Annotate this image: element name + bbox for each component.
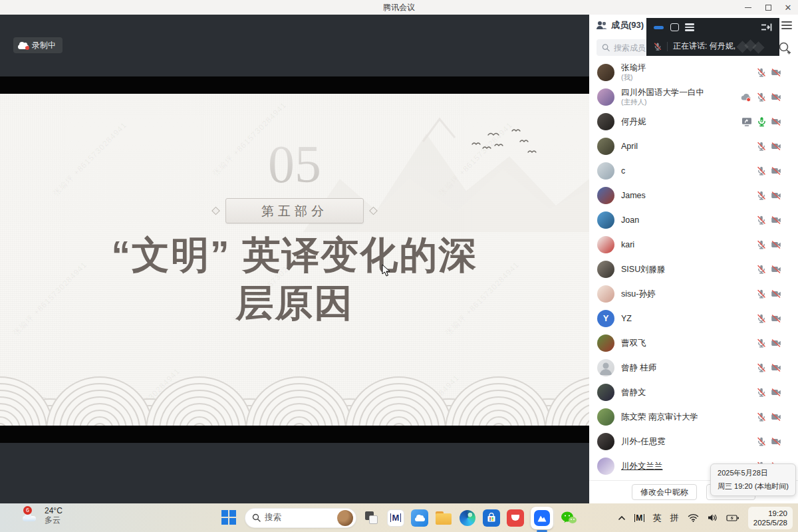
camera-off-icon[interactable]: [771, 215, 781, 225]
member-row[interactable]: Joan: [589, 207, 798, 232]
camera-off-icon[interactable]: [771, 116, 781, 127]
file-explorer-icon[interactable]: [435, 509, 452, 527]
camera-off-icon[interactable]: [771, 412, 781, 422]
camera-off-icon[interactable]: [771, 313, 781, 324]
member-row[interactable]: 曾静文: [589, 380, 798, 404]
member-row[interactable]: 四川外国语大学一白中 (主持人): [589, 84, 798, 109]
window-minimize-button[interactable]: [738, 0, 758, 15]
avatar: [597, 458, 614, 475]
task-view-button[interactable]: [363, 509, 380, 527]
mic-muted-icon[interactable]: [756, 387, 767, 398]
camera-off-icon[interactable]: [771, 166, 781, 176]
member-row[interactable]: James: [589, 183, 798, 207]
camera-off-icon[interactable]: [771, 67, 781, 78]
member-row[interactable]: 川外-任思霓: [589, 429, 798, 454]
mic-muted-icon[interactable]: [756, 362, 767, 373]
mic-muted-icon[interactable]: [756, 264, 767, 275]
mic-muted-icon[interactable]: [756, 141, 767, 152]
mic-muted-icon[interactable]: [756, 92, 767, 102]
camera-off-icon[interactable]: [771, 239, 781, 250]
avatar-letter: [597, 64, 614, 81]
edge-browser-icon[interactable]: [459, 509, 476, 527]
avatar: [597, 64, 614, 81]
banner-ornament-icon: [211, 207, 220, 215]
member-row[interactable]: 张瑜坪 (我): [589, 60, 798, 84]
camera-off-icon[interactable]: [771, 289, 781, 299]
wifi-icon[interactable]: [688, 513, 699, 522]
search-highlight-image: [337, 510, 353, 526]
weather-widget[interactable]: 6 24°C 多云: [23, 506, 63, 525]
mic-muted-icon[interactable]: [756, 67, 767, 78]
camera-off-icon[interactable]: [771, 362, 781, 373]
member-row[interactable]: sisu-孙婷: [589, 281, 798, 306]
member-row[interactable]: Y YZ: [589, 306, 798, 331]
tooltip-time: 周三 19:20 (本地时间): [718, 482, 789, 491]
mic-muted-icon[interactable]: [756, 436, 767, 447]
member-name: 曾静文: [621, 388, 646, 397]
close-icon: ✕: [785, 3, 792, 12]
camera-off-icon[interactable]: [771, 141, 781, 152]
mic-muted-icon[interactable]: [756, 239, 767, 250]
search-icon: [602, 43, 610, 52]
menu-icon[interactable]: [781, 21, 792, 29]
member-row[interactable]: April: [589, 134, 798, 158]
ime-pinyin-indicator[interactable]: 拼: [670, 512, 679, 524]
m-app-icon[interactable]: M: [387, 509, 404, 527]
mic-muted-icon[interactable]: [756, 412, 767, 422]
mic-muted-icon[interactable]: [756, 215, 767, 225]
recording-label: 录制中: [32, 40, 56, 51]
camera-off-icon[interactable]: [771, 92, 781, 102]
tray-m-icon[interactable]: M: [634, 514, 644, 522]
avatar: [597, 261, 614, 278]
mic-muted-icon[interactable]: [756, 166, 767, 176]
wave-pattern-art: [0, 374, 589, 426]
window-close-button[interactable]: ✕: [778, 0, 798, 15]
speaker-icon[interactable]: [708, 513, 718, 522]
toolbar-list-icon[interactable]: [685, 23, 694, 31]
cloud-recording-icon: [18, 45, 29, 49]
zoom-search-icon[interactable]: [778, 41, 791, 55]
weather-condition: 多云: [45, 515, 63, 525]
mic-muted-icon[interactable]: [756, 190, 767, 201]
ime-english-indicator[interactable]: 英: [653, 512, 662, 524]
mic-muted-icon[interactable]: [756, 338, 767, 348]
battery-icon[interactable]: [726, 514, 739, 522]
member-name: 川外-任思霓: [621, 437, 666, 446]
mic-on-icon[interactable]: [756, 116, 767, 127]
taskbar-clock[interactable]: 19:20 2025/5/28: [748, 507, 793, 529]
member-row[interactable]: 何丹妮: [589, 109, 798, 134]
camera-off-icon[interactable]: [771, 436, 781, 447]
toolbar-expand-icon[interactable]: [761, 22, 772, 33]
mic-muted-icon[interactable]: [756, 313, 767, 324]
taskbar-search[interactable]: 搜索: [245, 508, 356, 528]
recording-indicator[interactable]: 录制中: [13, 37, 63, 53]
camera-off-icon[interactable]: [771, 387, 781, 398]
letterbox-top: [0, 76, 589, 94]
start-button[interactable]: [221, 509, 238, 527]
member-row[interactable]: SISU刘滕滕: [589, 257, 798, 281]
member-row[interactable]: 陈文荣 南京审计大学: [589, 404, 798, 429]
clock-tooltip: 2025年5月28日 周三 19:20 (本地时间): [710, 464, 796, 496]
huawei-app-icon[interactable]: [507, 509, 524, 527]
member-row[interactable]: c: [589, 158, 798, 183]
camera-off-icon[interactable]: [771, 338, 781, 348]
taskbar: 6 24°C 多云 搜索 M: [0, 503, 798, 532]
window-maximize-button[interactable]: [758, 0, 778, 15]
tencent-meeting-app-icon[interactable]: [531, 507, 553, 529]
cloud-app-icon[interactable]: [411, 509, 428, 527]
tray-chevron-icon[interactable]: [618, 515, 626, 521]
camera-off-icon[interactable]: [771, 190, 781, 201]
member-row[interactable]: 曹双飞: [589, 331, 798, 355]
wechat-app-icon[interactable]: [560, 509, 577, 527]
avatar: Y: [597, 310, 614, 327]
member-row[interactable]: 曾静 桂师: [589, 355, 798, 380]
toolbar-minimize-icon[interactable]: [654, 26, 664, 29]
rename-button[interactable]: 修改会中昵称: [632, 484, 697, 500]
camera-off-icon[interactable]: [771, 264, 781, 275]
member-row[interactable]: kari: [589, 232, 798, 257]
mic-muted-icon[interactable]: [756, 289, 767, 299]
toolbar-window-icon[interactable]: [670, 23, 679, 31]
member-name: James: [621, 191, 646, 200]
microsoft-store-icon[interactable]: [483, 509, 500, 527]
meeting-logo-watermark-icon: [738, 41, 773, 52]
